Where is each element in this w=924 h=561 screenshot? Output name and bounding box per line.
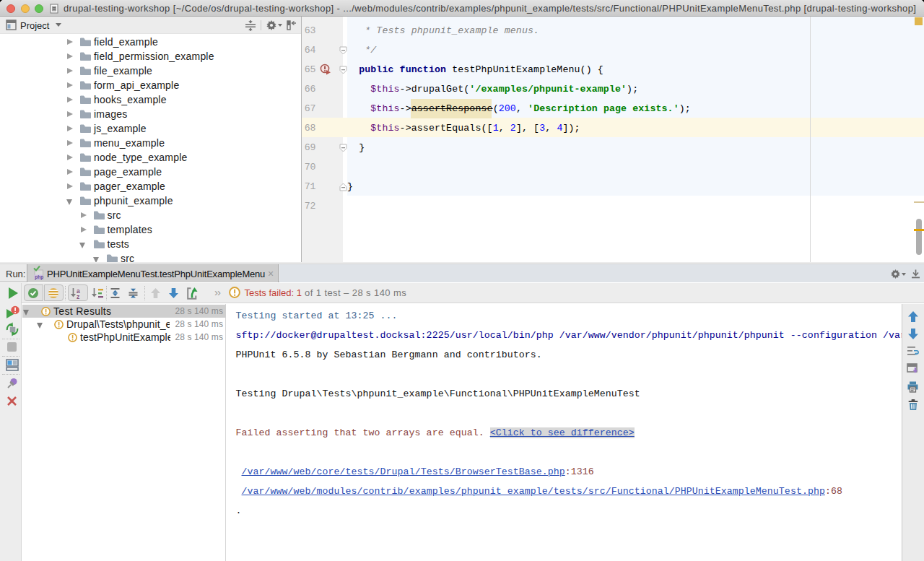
svg-text:php: php (35, 274, 43, 280)
svg-text:z: z (77, 293, 79, 299)
